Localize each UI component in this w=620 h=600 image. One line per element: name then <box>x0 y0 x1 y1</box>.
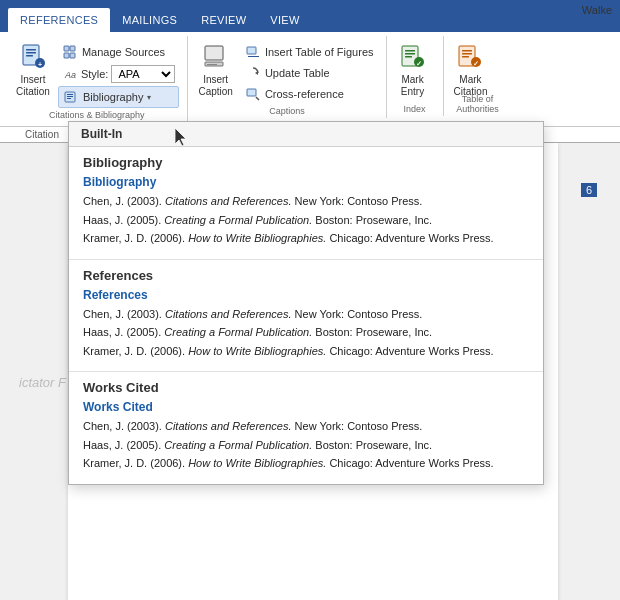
mark-entry-button[interactable]: ✓ Mark Entry <box>391 38 435 100</box>
svg-rect-8 <box>64 53 69 58</box>
svg-rect-1 <box>26 49 36 51</box>
mark-entry-label: Mark Entry <box>401 74 424 98</box>
references-cite-3: Kramer, J. D. (2006). How to Write Bibli… <box>83 343 529 360</box>
insert-citation-label: Insert Citation <box>16 74 50 98</box>
insert-caption-button[interactable]: Insert Caption <box>192 38 238 100</box>
update-table-button[interactable]: Update Table <box>241 63 378 83</box>
insert-citation-icon: + <box>17 40 49 72</box>
references-title-blue: References <box>83 288 529 302</box>
manage-sources-label: Manage Sources <box>82 46 165 58</box>
svg-rect-12 <box>67 94 73 95</box>
group-table-of-authorities: ✓ Mark Citation Table of Authorities <box>444 36 512 116</box>
toa-group-label: Table of Authorities <box>444 94 512 114</box>
works-cited-cite-3: Kramer, J. D. (2006). How to Write Bibli… <box>83 455 529 472</box>
mark-citation-icon: ✓ <box>454 40 486 72</box>
mark-citation-button[interactable]: ✓ Mark Citation <box>448 38 494 100</box>
svg-text:+: + <box>38 61 42 68</box>
group-citations-bibliography: + Insert Citation <box>6 36 188 122</box>
works-cited-title-blue: Works Cited <box>83 400 529 414</box>
svg-marker-20 <box>255 71 258 75</box>
bibliography-button[interactable]: Bibliography ▾ <box>58 86 180 108</box>
cross-reference-label: Cross-reference <box>265 88 344 100</box>
bibliography-section[interactable]: Bibliography Bibliography Chen, J. (2003… <box>69 147 543 260</box>
group-captions: Insert Caption Insert Table of Figures <box>188 36 386 118</box>
mark-entry-icon: ✓ <box>397 40 429 72</box>
svg-rect-14 <box>67 98 71 99</box>
svg-rect-2 <box>26 52 36 54</box>
svg-rect-19 <box>248 56 259 57</box>
bibliography-icon <box>63 89 79 105</box>
references-cite-1: Chen, J. (2003). Citations and Reference… <box>83 306 529 323</box>
citations-group-label: Citations & Bibliography <box>6 110 187 120</box>
references-cite-2: Haas, J. (2005). Creating a Formal Publi… <box>83 324 529 341</box>
tab-review[interactable]: REVIEW <box>189 8 258 32</box>
references-section[interactable]: References References Chen, J. (2003). C… <box>69 260 543 373</box>
group-index: ✓ Mark Entry Index <box>387 36 444 116</box>
bibliography-cite-3: Kramer, J. D. (2006). How to Write Bibli… <box>83 230 529 247</box>
svg-rect-17 <box>207 64 217 65</box>
update-table-label: Update Table <box>265 67 330 79</box>
works-cited-section[interactable]: Works Cited Works Cited Chen, J. (2003).… <box>69 372 543 484</box>
svg-rect-9 <box>70 53 75 58</box>
left-sidebar: ictator F <box>0 143 68 600</box>
index-group-label: Index <box>387 104 443 114</box>
style-icon: Aa <box>62 66 78 82</box>
right-sidebar: 6 <box>558 143 620 600</box>
citation-small-buttons: Manage Sources Aa Style: APA MLA Chicag <box>58 42 180 108</box>
svg-rect-31 <box>462 53 472 55</box>
style-label: Style: <box>81 68 109 80</box>
left-sidebar-text: ictator F <box>19 375 66 390</box>
insert-table-of-figures-label: Insert Table of Figures <box>265 46 374 58</box>
tab-view[interactable]: VIEW <box>258 8 311 32</box>
bibliography-section-heading: Bibliography <box>83 155 529 170</box>
bibliography-dropdown: Built-In Bibliography Bibliography Chen,… <box>68 121 544 485</box>
insert-table-of-figures-button[interactable]: Insert Table of Figures <box>241 42 378 62</box>
toa-right <box>495 42 503 46</box>
cross-reference-button[interactable]: Cross-reference <box>241 84 378 104</box>
svg-rect-18 <box>247 47 256 54</box>
svg-rect-30 <box>462 50 472 52</box>
svg-text:✓: ✓ <box>416 60 422 67</box>
bibliography-cite-1: Chen, J. (2003). Citations and Reference… <box>83 193 529 210</box>
user-label: Walke <box>582 4 612 16</box>
svg-rect-3 <box>26 55 33 57</box>
captions-group-label: Captions <box>188 106 385 116</box>
svg-rect-32 <box>462 56 469 58</box>
svg-rect-15 <box>205 46 223 60</box>
ribbon-body: + Insert Citation <box>0 32 620 127</box>
insert-caption-icon <box>200 40 232 72</box>
insert-table-of-figures-icon <box>245 44 261 60</box>
manage-sources-button[interactable]: Manage Sources <box>58 42 180 62</box>
svg-rect-25 <box>405 53 415 55</box>
manage-sources-icon <box>62 44 78 60</box>
svg-rect-24 <box>405 50 415 52</box>
svg-rect-7 <box>70 46 75 51</box>
svg-text:Aa: Aa <box>64 70 76 80</box>
bibliography-title-blue: Bibliography <box>83 175 529 189</box>
citation-footer-label: Citation <box>8 129 76 140</box>
ribbon-tab-bar: REFERENCES MAILINGS REVIEW VIEW Walke <box>0 0 620 32</box>
toa-label-item <box>495 42 503 46</box>
references-section-heading: References <box>83 268 529 283</box>
cross-reference-icon <box>245 86 261 102</box>
style-dropdown[interactable]: APA MLA Chicago <box>111 65 175 83</box>
svg-rect-21 <box>247 89 256 96</box>
captions-small-buttons: Insert Table of Figures Update Table <box>241 42 378 104</box>
insert-caption-label: Insert Caption <box>198 74 232 98</box>
style-selector[interactable]: Aa Style: APA MLA Chicago <box>58 63 180 85</box>
insert-citation-button[interactable]: + Insert Citation <box>10 38 56 100</box>
page-number-badge: 6 <box>581 183 597 197</box>
svg-line-22 <box>256 97 259 100</box>
svg-text:✓: ✓ <box>473 60 479 67</box>
bibliography-label: Bibliography <box>83 91 144 103</box>
works-cited-cite-1: Chen, J. (2003). Citations and Reference… <box>83 418 529 435</box>
works-cited-cite-2: Haas, J. (2005). Creating a Formal Publi… <box>83 437 529 454</box>
tab-mailings[interactable]: MAILINGS <box>110 8 189 32</box>
svg-rect-6 <box>64 46 69 51</box>
update-table-icon <box>245 65 261 81</box>
svg-rect-26 <box>405 56 412 58</box>
svg-rect-13 <box>67 96 73 97</box>
bibliography-cite-2: Haas, J. (2005). Creating a Formal Publi… <box>83 212 529 229</box>
bibliography-dropdown-arrow: ▾ <box>147 93 151 102</box>
tab-references[interactable]: REFERENCES <box>8 8 110 32</box>
